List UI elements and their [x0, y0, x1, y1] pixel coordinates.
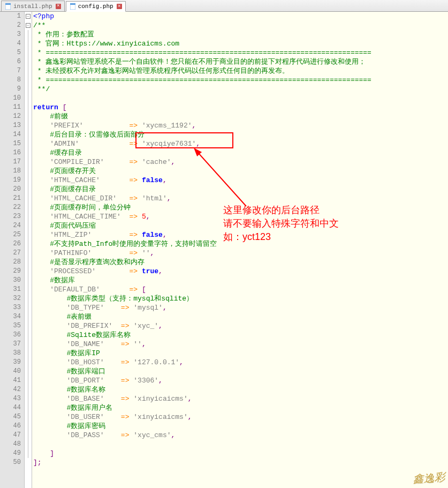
fold-marker [25, 258, 32, 267]
fold-marker [25, 130, 32, 139]
comment: #页面缓存开关 [50, 167, 96, 175]
tab-label: install.php [13, 3, 52, 10]
comment: * 鑫逸彩网站管理系统不是一个自由软件！您只能在不用于商业目的的前提下对程序代码… [33, 58, 366, 66]
fold-marker [25, 121, 32, 130]
comment: #表前缀 [66, 313, 92, 321]
comment: #数据库密码 [66, 422, 105, 430]
comment: #页面缓存时间，单位分钟 [50, 204, 131, 212]
fold-marker [25, 230, 32, 239]
line-number: 17 [0, 157, 21, 167]
fold-marker[interactable]: − [25, 12, 32, 21]
comment: **/ [33, 85, 50, 93]
line-number: 48 [0, 440, 21, 449]
line-number: 34 [0, 312, 21, 321]
line-number-gutter: 1234567891011121314151617181920212223242… [0, 12, 25, 488]
comment: #数据库名称 [66, 386, 105, 394]
line-number: 50 [0, 458, 21, 467]
comment: #数据库 [50, 276, 75, 284]
line-number: 45 [0, 412, 21, 422]
comment: * ======================================… [33, 49, 371, 57]
fold-marker [25, 331, 32, 340]
line-number: 21 [0, 194, 21, 203]
php-tag: <?php [33, 12, 54, 20]
tab-bar: install.php × config.php × [0, 0, 448, 12]
line-number: 27 [0, 249, 21, 258]
line-number: 32 [0, 294, 21, 303]
line-number: 3 [0, 30, 21, 39]
fold-marker [25, 57, 32, 66]
comment: #Sqlite数据库名称 [66, 331, 131, 339]
editor-area: 1234567891011121314151617181920212223242… [0, 12, 448, 488]
line-number: 11 [0, 103, 21, 112]
line-number: 16 [0, 148, 21, 157]
tab-install[interactable]: install.php × [1, 1, 65, 11]
fold-marker [25, 94, 32, 103]
line-number: 7 [0, 66, 21, 76]
line-number: 9 [0, 85, 21, 94]
fold-marker [25, 239, 32, 249]
svg-rect-1 [5, 3, 11, 5]
line-number: 23 [0, 212, 21, 221]
annotation-text: 这里修改你的后台路径 请不要输入特殊字符和中文 如：yct123 [223, 204, 339, 244]
line-number: 36 [0, 331, 21, 340]
fold-marker [25, 385, 32, 394]
fold-marker [25, 139, 32, 148]
fold-marker [25, 285, 32, 294]
fold-marker [25, 431, 32, 440]
fold-marker [25, 321, 32, 331]
fold-marker [25, 394, 32, 403]
fold-marker [25, 148, 32, 157]
line-number: 37 [0, 340, 21, 349]
watermark: 鑫逸彩 [413, 470, 445, 486]
fold-marker [25, 312, 32, 321]
line-number: 44 [0, 403, 21, 412]
comment: * 未经授权不允许对鑫逸彩网站管理系统程序代码以任何形式任何目的的再发布。 [33, 67, 289, 75]
comment: * 作用：参数配置 [33, 31, 94, 39]
line-number: 38 [0, 349, 21, 358]
close-icon[interactable]: × [56, 4, 61, 9]
line-number: 24 [0, 221, 21, 230]
fold-marker[interactable] [25, 458, 32, 467]
comment: #是否显示程序查询次数和内存 [50, 258, 145, 266]
line-number: 49 [0, 449, 21, 458]
comment: * 官网：Https://www.xinyicaicms.com [33, 40, 179, 48]
line-number: 4 [0, 39, 21, 48]
line-number: 10 [0, 94, 21, 103]
fold-marker [25, 76, 32, 85]
line-number: 2 [0, 21, 21, 30]
fold-marker [25, 294, 32, 303]
fold-marker [25, 303, 32, 312]
fold-marker [25, 185, 32, 194]
tab-config[interactable]: config.php × [66, 1, 126, 12]
fold-marker [25, 176, 32, 185]
fold-marker [25, 66, 32, 76]
line-number: 15 [0, 139, 21, 148]
fold-marker [25, 30, 32, 39]
line-number: 14 [0, 130, 21, 139]
fold-marker [25, 358, 32, 367]
line-number: 19 [0, 176, 21, 185]
fold-marker [25, 167, 32, 176]
comment: #页面缓存目录 [50, 185, 96, 193]
svg-rect-3 [70, 3, 75, 5]
code-content[interactable]: <?php /** * 作用：参数配置 * 官网：Https://www.xin… [32, 12, 448, 488]
comment: #数据库端口 [66, 367, 105, 376]
fold-marker [25, 203, 32, 212]
fold-marker [25, 48, 32, 57]
line-number: 42 [0, 385, 21, 394]
fold-marker [25, 194, 32, 203]
comment: #数据库类型（支持：mysql和sqlite） [66, 295, 193, 303]
line-number: 29 [0, 267, 21, 276]
close-icon[interactable]: × [117, 4, 122, 9]
line-number: 8 [0, 76, 21, 85]
line-number: 28 [0, 258, 21, 267]
fold-marker [25, 367, 32, 376]
fold-marker [25, 249, 32, 258]
fold-marker[interactable]: − [25, 21, 32, 30]
comment: #后台目录：仅需修改后面部分 [50, 131, 145, 139]
line-number: 25 [0, 230, 21, 239]
fold-gutter: −− [25, 12, 32, 488]
comment: #数据库用户名 [66, 404, 112, 412]
line-number: 33 [0, 303, 21, 312]
fold-marker [25, 340, 32, 349]
